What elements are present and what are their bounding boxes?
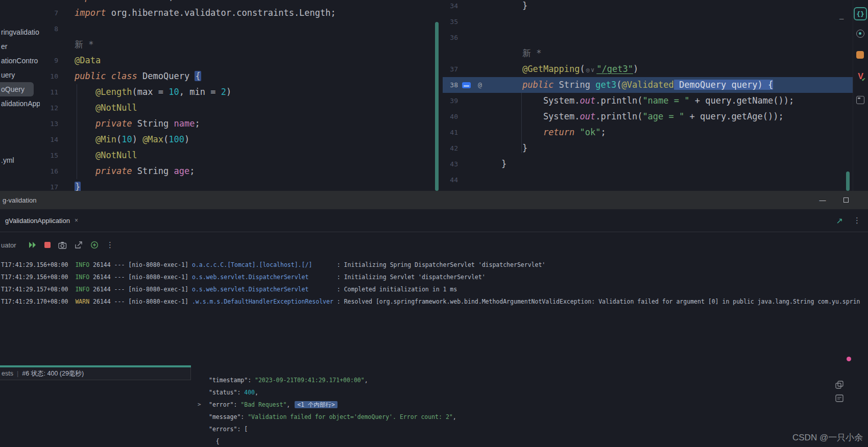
code-line[interactable]: }: [501, 156, 853, 172]
editor-left[interactable]: 67891011121314151617 import lombok.Data;…: [40, 0, 435, 191]
run-console[interactable]: T17:41:29.156+08:00 INFO 26144 --- [nio-…: [0, 259, 868, 315]
code-line[interactable]: System.out.println("age = " + query.getA…: [501, 109, 853, 125]
gutter-line[interactable]: 35: [443, 14, 501, 30]
rest-endpoint-icon[interactable]: [462, 82, 471, 88]
code-line[interactable]: private String name;: [75, 116, 435, 132]
gutter-line[interactable]: [443, 45, 501, 61]
rerun-icon[interactable]: [29, 241, 37, 249]
maximize-button[interactable]: [834, 191, 858, 209]
notifications-icon[interactable]: [856, 51, 864, 59]
code-line[interactable]: @Length(max = 10, min = 2): [75, 84, 435, 100]
run-tab[interactable]: gValidationApplication ×: [0, 209, 83, 232]
tab-close-icon[interactable]: ×: [75, 217, 78, 224]
gutter-line[interactable]: 11: [40, 84, 75, 100]
code-line[interactable]: System.out.println("name = " + query.get…: [501, 93, 853, 109]
fold-chevron-icon[interactable]: >: [198, 399, 209, 411]
tool-frame-icon[interactable]: [856, 96, 864, 104]
wrap-lines-icon[interactable]: [835, 394, 845, 403]
gutter-line[interactable]: 14: [40, 132, 75, 147]
gutter-line[interactable]: 17: [40, 179, 75, 191]
tree-item[interactable]: ringvalidatio: [0, 25, 40, 39]
tree-item[interactable]: alidationApp: [0, 96, 40, 111]
gutter-line[interactable]: 42: [443, 140, 501, 156]
code-line[interactable]: @Min(10) @Max(100): [75, 132, 435, 147]
gutter-line[interactable]: 39: [443, 93, 501, 109]
code-line[interactable]: private String age;: [75, 163, 435, 179]
open-in-editor-icon[interactable]: ↗: [836, 216, 843, 226]
stop-icon[interactable]: [44, 242, 51, 248]
code-line[interactable]: return "ok";: [501, 125, 853, 140]
response-json-view[interactable]: "timestamp": "2023-09-21T09:41:29.171+00…: [198, 374, 831, 447]
run-more-icon[interactable]: ⋮: [106, 240, 114, 250]
gutter-line[interactable]: 41: [443, 125, 501, 140]
code-line[interactable]: @Data: [75, 53, 435, 68]
code-line[interactable]: import org.hibernate.validator.constrain…: [75, 5, 435, 21]
code-line[interactable]: [75, 21, 435, 37]
gutter-line[interactable]: 43: [443, 156, 501, 172]
code-line[interactable]: [501, 30, 853, 45]
health-endpoints-icon[interactable]: [90, 241, 99, 249]
code-line[interactable]: public String get3(@Validated DemoQuery …: [501, 77, 853, 93]
tree-item[interactable]: ationContro: [0, 54, 40, 68]
tree-item[interactable]: .yml: [0, 153, 40, 167]
window-controls: — ×: [811, 191, 868, 209]
editor-splitter[interactable]: [435, 22, 439, 191]
more-options-icon[interactable]: ⋮: [853, 216, 861, 225]
json-line: "message": "Validation failed for object…: [198, 411, 831, 423]
gutter-line[interactable]: [40, 37, 75, 53]
tree-item-label: .yml: [1, 156, 14, 164]
editor-right-code[interactable]: } 新 * @GetMapping(◎∨"/get3") public Stri…: [501, 0, 853, 188]
json-line: >"error": "Bad Request", <1 个内部行>: [198, 399, 831, 411]
code-line[interactable]: 新 *: [75, 37, 435, 53]
tree-item-label: ringvalidatio: [1, 28, 39, 36]
code-line[interactable]: public class DemoQuery {: [75, 68, 435, 84]
gutter-line[interactable]: 16: [40, 163, 75, 179]
code-line[interactable]: @NotNull: [75, 100, 435, 116]
thread-dump-camera-icon[interactable]: [58, 241, 67, 249]
gutter-line[interactable]: 44: [443, 172, 501, 188]
code-line[interactable]: [501, 14, 853, 30]
code-line[interactable]: }: [501, 0, 853, 14]
gutter-line[interactable]: 38@: [443, 77, 501, 93]
gutter-line[interactable]: 6: [40, 0, 75, 5]
code-line[interactable]: }: [501, 140, 853, 156]
code-line[interactable]: @GetMapping(◎∨"/get3"): [501, 61, 853, 77]
validation-tool-icon[interactable]: V: [858, 72, 863, 81]
gutter-line[interactable]: 40: [443, 109, 501, 125]
requests-tab-strip[interactable]: ests | #6 状态: 400 (29毫秒): [0, 367, 191, 380]
log-line: T17:41:29.157+08:00 INFO 26144 --- [nio-…: [0, 283, 868, 295]
code-line[interactable]: import lombok.Data;: [75, 0, 435, 5]
close-button[interactable]: ×: [858, 191, 868, 209]
gutter-line[interactable]: 37: [443, 61, 501, 77]
hide-stripe-icon[interactable]: —: [839, 14, 843, 22]
editor-left-code[interactable]: import lombok.Data;import org.hibernate.…: [75, 0, 435, 191]
code-line[interactable]: 新 *: [501, 45, 853, 61]
run-toolbar-left-label[interactable]: uator: [1, 241, 25, 249]
tree-item[interactable]: oQuery: [0, 82, 34, 96]
tree-item[interactable]: uery: [0, 68, 40, 82]
gutter-line[interactable]: 10: [40, 68, 75, 84]
code-line[interactable]: }: [75, 179, 435, 191]
gutter-line[interactable]: 8: [40, 21, 75, 37]
gutter-line[interactable]: 34: [443, 0, 501, 14]
http-client-braces-icon[interactable]: {}: [854, 7, 867, 20]
code-line[interactable]: [501, 172, 853, 188]
gutter-line[interactable]: 9: [40, 53, 75, 68]
gutter-line[interactable]: 36: [443, 30, 501, 45]
code-line[interactable]: @NotNull: [75, 147, 435, 163]
open-output-icon[interactable]: [75, 241, 83, 249]
tree-item-label: oQuery: [1, 85, 25, 93]
editor-right[interactable]: 3435363738@394041424344 } 新 * @GetMappin…: [443, 0, 853, 191]
editor-scrollbar[interactable]: [846, 171, 850, 191]
copy-response-icon[interactable]: [835, 381, 845, 390]
request-status-badge[interactable]: #6 状态: 400 (29毫秒): [22, 369, 84, 378]
gutter-line[interactable]: 13: [40, 116, 75, 132]
minimize-button[interactable]: —: [811, 191, 834, 209]
requests-tab-label[interactable]: ests: [2, 370, 13, 377]
annotation-gutter-icon[interactable]: @: [478, 81, 482, 89]
gutter-line[interactable]: 7: [40, 5, 75, 21]
tree-item[interactable]: er: [0, 39, 40, 54]
gutter-line[interactable]: 15: [40, 147, 75, 163]
gutter-line[interactable]: 12: [40, 100, 75, 116]
services-icon[interactable]: [856, 30, 864, 38]
